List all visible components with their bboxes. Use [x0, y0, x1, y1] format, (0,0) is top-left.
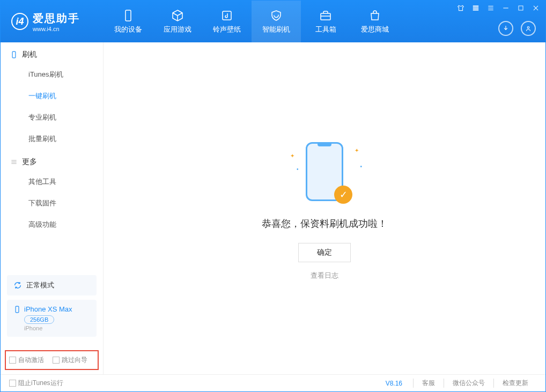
svg-rect-4 [473, 8, 478, 8]
version-label: V8.16 [386, 380, 402, 387]
cube-icon [171, 9, 184, 22]
maximize-icon[interactable] [517, 4, 525, 12]
sidebar-item-oneclick-flash[interactable]: 一键刷机 [1, 85, 103, 107]
device-info-card[interactable]: iPhone XS Max 256GB iPhone [7, 300, 97, 337]
toolbox-icon [319, 9, 332, 22]
success-message: 恭喜您，保资料刷机成功啦！ [262, 217, 387, 230]
status-bar: 阻止iTunes运行 V8.16 客服 微信公众号 检查更新 [1, 374, 545, 391]
checkmark-badge-icon: ✓ [334, 186, 352, 204]
user-button[interactable] [521, 21, 536, 36]
nav-tab-media[interactable]: 铃声壁纸 [202, 1, 252, 42]
svg-rect-2 [321, 13, 330, 20]
status-link-wechat[interactable]: 微信公众号 [444, 379, 493, 388]
menu-icon[interactable] [471, 4, 480, 12]
status-link-update[interactable]: 检查更新 [493, 379, 537, 388]
view-log-link[interactable]: 查看日志 [311, 271, 338, 280]
checkbox-icon [53, 357, 60, 364]
device-mode-label: 正常模式 [26, 280, 54, 290]
sidebar-item-itunes-flash[interactable]: iTunes刷机 [1, 64, 103, 85]
highlighted-options: 自动激活 跳过向导 [5, 350, 99, 370]
svg-rect-5 [473, 10, 478, 10]
minimize-icon[interactable] [501, 4, 510, 12]
sidebar-item-other-tools[interactable]: 其他工具 [1, 171, 103, 193]
sidebar-item-download-firmware[interactable]: 下载固件 [1, 193, 103, 214]
device-mode-card[interactable]: 正常模式 [7, 275, 97, 295]
device-storage-badge: 256GB [24, 315, 54, 324]
prevent-itunes-checkbox[interactable]: 阻止iTunes运行 [9, 379, 63, 388]
app-logo-icon: i4 [11, 13, 28, 30]
device-type-label: iPhone [24, 325, 90, 331]
app-url: www.i4.cn [33, 26, 80, 32]
phone-icon [122, 9, 135, 22]
svg-rect-1 [223, 11, 231, 20]
main-content: ✦ • ✦ • ✓ 恭喜您，保资料刷机成功啦！ 确定 查看日志 [104, 42, 545, 374]
device-small-icon [10, 51, 18, 58]
sync-icon [13, 281, 22, 290]
svg-rect-10 [519, 6, 523, 10]
nav-tab-apps[interactable]: 应用游戏 [153, 1, 202, 42]
app-title: 爱思助手 [33, 11, 80, 26]
nav-tab-device[interactable]: 我的设备 [104, 1, 153, 42]
window-controls [456, 4, 540, 12]
svg-rect-18 [16, 306, 19, 313]
ok-button[interactable]: 确定 [298, 243, 351, 262]
menu-small-icon [10, 158, 18, 166]
success-illustration: ✦ • ✦ • ✓ [287, 137, 362, 206]
nav-tab-store[interactable]: 爱思商城 [350, 1, 400, 42]
music-folder-icon [220, 9, 233, 22]
app-header: i4 爱思助手 www.i4.cn 我的设备 应用游戏 铃声壁纸 智能刷机 工具… [1, 1, 545, 42]
auto-activate-checkbox[interactable]: 自动激活 [9, 356, 44, 365]
phone-small-icon [13, 306, 21, 313]
nav-tab-flash[interactable]: 智能刷机 [252, 1, 301, 42]
sidebar-section-more[interactable]: 更多 [1, 150, 103, 171]
device-name: iPhone XS Max [24, 305, 72, 313]
svg-rect-14 [12, 51, 16, 58]
nav-tabs: 我的设备 应用游戏 铃声壁纸 智能刷机 工具箱 爱思商城 [104, 1, 400, 42]
checkbox-icon [9, 357, 16, 364]
sidebar-item-advanced[interactable]: 高级功能 [1, 214, 103, 235]
skip-guide-checkbox[interactable]: 跳过向导 [53, 356, 87, 365]
logo-section: i4 爱思助手 www.i4.cn [1, 1, 104, 42]
svg-rect-3 [473, 6, 478, 6]
bag-icon [368, 9, 381, 22]
list-icon[interactable] [486, 4, 495, 12]
svg-point-13 [527, 27, 529, 29]
download-button[interactable] [498, 21, 513, 36]
svg-rect-0 [126, 10, 131, 21]
refresh-shield-icon [270, 9, 283, 22]
sidebar-item-batch-flash[interactable]: 批量刷机 [1, 128, 103, 150]
sidebar-section-flash[interactable]: 刷机 [1, 42, 103, 64]
nav-tab-toolbox[interactable]: 工具箱 [301, 1, 350, 42]
close-icon[interactable] [532, 4, 540, 12]
sidebar-item-pro-flash[interactable]: 专业刷机 [1, 107, 103, 128]
header-action-circles [498, 21, 536, 36]
sidebar: 刷机 iTunes刷机 一键刷机 专业刷机 批量刷机 更多 其他工具 下载固件 … [1, 42, 104, 374]
tshirt-icon[interactable] [456, 4, 465, 12]
status-link-support[interactable]: 客服 [413, 379, 444, 388]
checkbox-icon [9, 380, 16, 387]
